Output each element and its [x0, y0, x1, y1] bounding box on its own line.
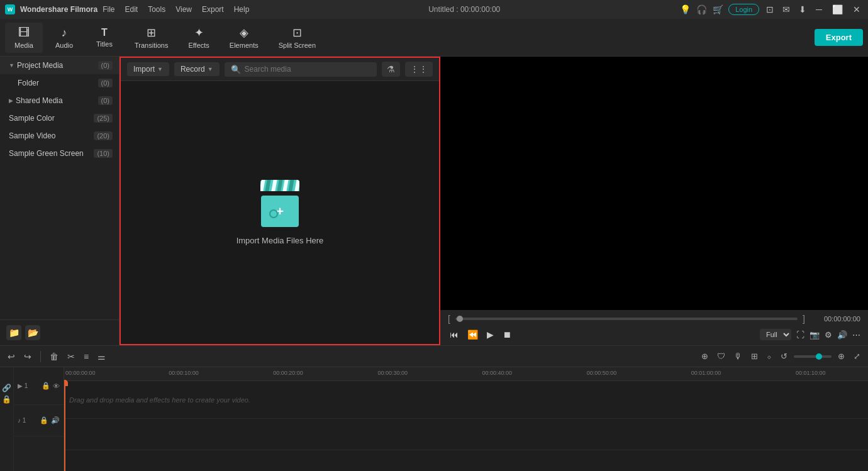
skip-back-button[interactable]: ⏮ [448, 328, 460, 341]
add-video-track-button[interactable]: 🔗 [2, 384, 11, 392]
sidebar-item-shared-media[interactable]: ▶ Shared Media (0) [0, 92, 119, 109]
grid-view-button[interactable]: ⋮⋮ [405, 62, 433, 77]
headset-icon[interactable]: 🎧 [696, 4, 707, 15]
loop-button[interactable]: ↺ [778, 350, 790, 362]
filter-button[interactable]: ⚗ [382, 62, 400, 77]
stop-button[interactable]: ⏹ [501, 328, 513, 341]
transitions-label: Transitions [135, 42, 168, 49]
audio-lock-icon[interactable]: 🔒 [40, 416, 48, 424]
adjust-button[interactable]: ≡ [81, 350, 91, 363]
menu-view[interactable]: View [175, 5, 192, 14]
volume-button[interactable]: 🔊 [837, 330, 847, 340]
main-toolbar: 🎞 Media ♪ Audio T Titles ⊞ Transitions ✦… [0, 19, 868, 57]
menu-edit[interactable]: Edit [125, 5, 138, 14]
download-icon[interactable]: ⬇ [797, 4, 808, 15]
lock-button[interactable]: 🔒 [2, 395, 11, 404]
gift-icon[interactable]: 🛒 [712, 4, 723, 15]
login-button[interactable]: Login [728, 4, 759, 15]
timeline-right-tools: ⊕ 🛡 🎙 ⊞ ⬦ ↺ ⊕ ⤢ [699, 350, 863, 362]
search-icon: 🔍 [231, 65, 241, 74]
split-screen-label: Split Screen [279, 42, 316, 49]
maximize-button[interactable]: ⬜ [830, 4, 845, 14]
delete-button[interactable]: 🗑 [47, 350, 61, 363]
settings-button[interactable]: ⚙ [825, 330, 832, 340]
project-media-label: Project Media [17, 61, 63, 70]
toolbar-split-screen[interactable]: ⊡ Split Screen [270, 22, 325, 53]
out-point-marker[interactable]: ] [803, 314, 805, 324]
search-input[interactable] [245, 65, 370, 74]
undo-button[interactable]: ↩ [5, 350, 18, 363]
toolbar-effects[interactable]: ✦ Effects [179, 22, 218, 53]
import-button[interactable]: Import ▼ [127, 62, 169, 76]
restore-icon[interactable]: ⊡ [764, 4, 776, 15]
sidebar-item-sample-video[interactable]: Sample Video (20) [0, 127, 119, 145]
clapper-stripe [289, 180, 294, 191]
add-folder-button[interactable]: 📁 [6, 325, 21, 340]
redo-button[interactable]: ↪ [21, 350, 34, 363]
zoom-fit-button[interactable]: ⤢ [851, 350, 863, 362]
titlebar-menu: File Edit Tools View Export Help [103, 5, 249, 14]
media-icon: 🎞 [18, 26, 30, 40]
play-button[interactable]: ▶ [485, 328, 496, 341]
shield-button[interactable]: 🛡 [715, 350, 728, 362]
close-button[interactable]: ✕ [850, 4, 863, 14]
import-hint-label: Import Media Files Here [236, 236, 324, 245]
quality-selector[interactable]: Full 1/2 1/4 [760, 329, 791, 340]
record-button[interactable]: Record ▼ [174, 62, 220, 76]
media-toolbar: Import ▼ Record ▼ 🔍 ⚗ ⋮⋮ [121, 58, 439, 81]
menu-help[interactable]: Help [234, 5, 250, 14]
folder-label: Folder [18, 79, 39, 87]
microphone-button[interactable]: 🎙 [732, 350, 745, 362]
snap-button[interactable]: ⊕ [699, 350, 711, 362]
audio-icon: ♪ [62, 26, 67, 40]
toolbar-media[interactable]: 🎞 Media [5, 23, 43, 53]
ruler-mark-3: 00:00:30:00 [377, 370, 408, 376]
toolbar-audio[interactable]: ♪ Audio [45, 23, 83, 53]
sample-video-label: Sample Video [9, 131, 56, 140]
menu-tools[interactable]: Tools [148, 5, 165, 14]
sidebar-item-project-media[interactable]: ▼ Project Media (0) [0, 57, 119, 74]
preview-area: [ ] 00:00:00:00 ⏮ ⏪ ▶ ⏹ Full 1/2 [440, 57, 868, 345]
new-folder-button[interactable]: 📂 [25, 325, 40, 340]
menu-file[interactable]: File [103, 5, 114, 14]
clapper-circle [269, 209, 278, 218]
export-button[interactable]: Export [815, 29, 863, 46]
step-back-button[interactable]: ⏪ [465, 328, 480, 341]
zoom-in-button[interactable]: ⊕ [835, 350, 847, 362]
preview-controls: [ ] 00:00:00:00 ⏮ ⏪ ▶ ⏹ Full 1/2 [440, 310, 868, 345]
import-label: Import [133, 65, 155, 74]
sidebar-item-sample-color[interactable]: Sample Color (25) [0, 109, 119, 127]
clapper-stripe [283, 180, 289, 191]
zoom-slider[interactable] [794, 355, 832, 358]
minimize-button[interactable]: ─ [813, 4, 825, 14]
in-point-marker[interactable]: [ [448, 314, 450, 324]
video-lock-icon[interactable]: 🔒 [42, 382, 50, 390]
audio-volume-icon[interactable]: 🔊 [51, 416, 60, 424]
toolbar-titles[interactable]: T Titles [86, 23, 123, 52]
timeline-side-tools: 🔗 🔒 [0, 367, 14, 471]
video-eye-icon[interactable]: 👁 [53, 382, 60, 390]
toolbar-transitions[interactable]: ⊞ Transitions [126, 22, 177, 53]
fullscreen-button[interactable]: ⛶ [796, 330, 804, 340]
ripple-edit-button[interactable]: ⚌ [95, 350, 108, 363]
menu-export[interactable]: Export [202, 5, 224, 14]
more-options-button[interactable]: ⋯ [852, 330, 860, 340]
sidebar-item-folder[interactable]: Folder (0) [0, 74, 119, 92]
chevron-down-icon: ▼ [9, 62, 14, 69]
video-track-header: ▶ 1 🔒 👁 [14, 367, 64, 405]
clapper-stripe [294, 180, 299, 191]
window-title: Untitled : 00:00:00:00 [249, 5, 679, 14]
cut-button[interactable]: ✂ [65, 350, 77, 363]
timeline-area: ↩ ↪ 🗑 ✂ ≡ ⚌ ⊕ 🛡 🎙 ⊞ ⬦ ↺ ⊕ ⤢ 🔗 🔒 [0, 345, 868, 471]
toolbar-elements[interactable]: ◈ Elements [221, 22, 267, 53]
shared-media-count: (0) [98, 96, 113, 105]
snapshot-button[interactable]: 📷 [810, 330, 820, 340]
timeline-ruler[interactable]: 00:00:00:00 00:00:10:00 00:00:20:00 00:0… [64, 367, 868, 381]
notification-icon[interactable]: 💡 [679, 4, 691, 15]
keyframe-button[interactable]: ⬦ [764, 350, 774, 362]
title-bar: W Wondershare Filmora File Edit Tools Vi… [0, 0, 868, 19]
add-clip-button[interactable]: ⊞ [748, 350, 760, 362]
preview-scrubber[interactable] [455, 318, 798, 320]
message-icon[interactable]: ✉ [781, 4, 792, 15]
sidebar-item-sample-green-screen[interactable]: Sample Green Screen (10) [0, 145, 119, 162]
